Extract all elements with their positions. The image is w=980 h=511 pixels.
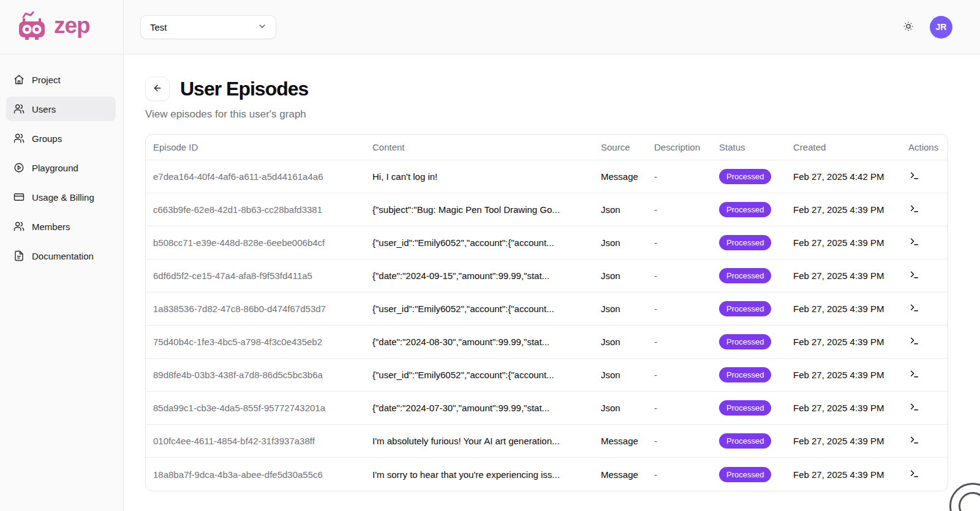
created-cell: Feb 27, 2025 4:39 PM bbox=[786, 326, 901, 358]
terminal-icon-button[interactable] bbox=[908, 236, 921, 250]
user-avatar[interactable]: JR bbox=[930, 16, 952, 39]
status-badge: Processed bbox=[719, 301, 771, 316]
status-cell: Processed bbox=[712, 359, 786, 391]
content-cell: I'm absolutely furious! Your AI art gene… bbox=[365, 425, 594, 457]
episode-id-cell: c663b9fe-62e8-42d1-8b63-cc28bafd3381 bbox=[146, 193, 365, 226]
page-subtitle: View episodes for this user's graph bbox=[145, 108, 980, 121]
status-badge: Processed bbox=[719, 334, 771, 349]
sidebar-item-label: Users bbox=[32, 104, 56, 114]
column-header-source: Source bbox=[594, 135, 647, 160]
actions-cell bbox=[901, 226, 948, 259]
sidebar-item-usage-billing[interactable]: Usage & Billing bbox=[6, 185, 116, 209]
sidebar-item-users[interactable]: Users bbox=[6, 97, 116, 121]
back-button[interactable] bbox=[145, 76, 170, 101]
sidebar-item-label: Playground bbox=[32, 163, 78, 173]
column-header-content: Content bbox=[365, 135, 594, 160]
actions-cell bbox=[901, 425, 948, 457]
actions-cell bbox=[901, 259, 948, 292]
document-icon bbox=[13, 250, 24, 261]
table-row[interactable]: 18a8ba7f-9dca-4b3a-abee-dfe5d30a55c6 I'm… bbox=[146, 458, 948, 491]
description-cell: - bbox=[647, 392, 712, 424]
content-cell: {"subject":"Bug: Magic Pen Tool Drawing … bbox=[365, 193, 594, 226]
terminal-icon bbox=[910, 369, 919, 381]
terminal-icon-button[interactable] bbox=[908, 468, 921, 482]
episode-id-cell: 75d40b4c-1fe3-4bc5-a798-4f3c0e435eb2 bbox=[146, 326, 365, 358]
help-widget-button[interactable] bbox=[949, 483, 980, 511]
created-cell: Feb 27, 2025 4:42 PM bbox=[786, 160, 901, 193]
column-header-description: Description bbox=[647, 135, 712, 160]
sidebar-item-playground[interactable]: Playground bbox=[6, 155, 116, 180]
terminal-icon-button[interactable] bbox=[908, 302, 921, 316]
description-cell: - bbox=[647, 425, 712, 457]
episode-id-cell: 18a8ba7f-9dca-4b3a-abee-dfe5d30a55c6 bbox=[146, 458, 365, 491]
table-row[interactable]: b508cc71-e39e-448d-828e-6eebe006b4cf {"u… bbox=[146, 226, 948, 259]
terminal-icon-button[interactable] bbox=[908, 368, 921, 382]
project-selector[interactable]: Test bbox=[140, 15, 276, 39]
episode-id-cell: 85da99c1-cb3e-4da5-855f-95772743201a bbox=[146, 392, 365, 424]
description-cell: - bbox=[647, 259, 712, 292]
terminal-icon-button[interactable] bbox=[908, 335, 921, 349]
status-badge: Processed bbox=[719, 467, 771, 482]
sidebar-item-groups[interactable]: Groups bbox=[6, 126, 116, 151]
table-row[interactable]: 6df6d5f2-ce15-47a4-afa8-f9f53fd411a5 {"d… bbox=[146, 259, 948, 293]
terminal-icon-button[interactable] bbox=[908, 401, 921, 415]
content-cell: {"date":"2024-08-30","amount":99.99,"sta… bbox=[365, 326, 594, 358]
sidebar-item-project[interactable]: Project bbox=[6, 67, 116, 92]
terminal-icon-button[interactable] bbox=[908, 434, 921, 448]
table-row[interactable]: e7dea164-40f4-4af6-a611-a5d44161a4a6 Hi,… bbox=[146, 160, 948, 193]
description-cell: - bbox=[647, 160, 712, 193]
episode-id-cell: 010fc4ee-4611-4854-bf42-31f3937a38ff bbox=[146, 425, 365, 457]
actions-cell bbox=[901, 193, 948, 226]
table-row[interactable]: 89d8fe4b-03b3-438f-a7d8-86d5c5bc3b6a {"u… bbox=[146, 359, 948, 392]
sidebar-item-documentation[interactable]: Documentation bbox=[6, 244, 116, 268]
table-row[interactable]: 1a838536-7d82-47c8-86b0-d474f67d53d7 {"u… bbox=[146, 293, 948, 326]
episode-id-cell: 6df6d5f2-ce15-47a4-afa8-f9f53fd411a5 bbox=[146, 259, 365, 292]
terminal-icon bbox=[910, 204, 919, 215]
terminal-icon bbox=[910, 469, 919, 480]
episode-id-cell: b508cc71-e39e-448d-828e-6eebe006b4cf bbox=[146, 226, 365, 259]
source-cell: Json bbox=[594, 226, 647, 259]
terminal-icon bbox=[910, 303, 919, 315]
sun-icon bbox=[903, 21, 914, 34]
status-badge: Processed bbox=[719, 268, 771, 283]
status-cell: Processed bbox=[712, 193, 786, 226]
description-cell: - bbox=[647, 458, 712, 491]
terminal-icon-button[interactable] bbox=[908, 269, 921, 283]
column-header-created: Created bbox=[786, 135, 901, 160]
created-cell: Feb 27, 2025 4:39 PM bbox=[786, 392, 901, 424]
sidebar-item-members[interactable]: Members bbox=[6, 214, 116, 239]
terminal-icon bbox=[910, 171, 919, 182]
logo-area: zep bbox=[0, 0, 124, 54]
status-badge: Processed bbox=[719, 169, 771, 184]
status-cell: Processed bbox=[712, 326, 786, 358]
main-content: User Episodes View episodes for this use… bbox=[124, 54, 980, 511]
help-widget-ring bbox=[959, 492, 980, 511]
terminal-icon bbox=[910, 435, 919, 447]
content-cell: Hi, I can't log in! bbox=[365, 160, 594, 193]
status-cell: Processed bbox=[712, 293, 786, 325]
users-icon bbox=[13, 103, 24, 114]
play-circle-icon bbox=[13, 162, 24, 173]
terminal-icon bbox=[910, 402, 919, 414]
terminal-icon-button[interactable] bbox=[908, 170, 921, 184]
created-cell: Feb 27, 2025 4:39 PM bbox=[786, 226, 901, 259]
table-row[interactable]: 010fc4ee-4611-4854-bf42-31f3937a38ff I'm… bbox=[146, 425, 948, 458]
sidebar: ProjectUsersGroupsPlaygroundUsage & Bill… bbox=[0, 54, 124, 511]
episode-id-cell: 1a838536-7d82-47c8-86b0-d474f67d53d7 bbox=[146, 293, 365, 325]
zep-logo[interactable]: zep bbox=[15, 10, 90, 43]
source-cell: Json bbox=[594, 193, 647, 226]
table-row[interactable]: 75d40b4c-1fe3-4bc5-a798-4f3c0e435eb2 {"d… bbox=[146, 326, 948, 359]
topbar-right: JR bbox=[903, 16, 952, 39]
created-cell: Feb 27, 2025 4:39 PM bbox=[786, 425, 901, 457]
terminal-icon-button[interactable] bbox=[908, 203, 921, 217]
description-cell: - bbox=[647, 359, 712, 391]
table-row[interactable]: 85da99c1-cb3e-4da5-855f-95772743201a {"d… bbox=[146, 392, 948, 425]
created-cell: Feb 27, 2025 4:39 PM bbox=[786, 359, 901, 391]
table-row[interactable]: c663b9fe-62e8-42d1-8b63-cc28bafd3381 {"s… bbox=[146, 193, 948, 226]
source-cell: Json bbox=[594, 326, 647, 358]
theme-toggle-button[interactable] bbox=[903, 21, 914, 34]
sidebar-item-label: Groups bbox=[32, 133, 62, 144]
sidebar-item-label: Project bbox=[32, 75, 61, 85]
status-cell: Processed bbox=[712, 259, 786, 292]
content-cell: {"date":"2024-09-15","amount":99.99,"sta… bbox=[365, 259, 594, 292]
